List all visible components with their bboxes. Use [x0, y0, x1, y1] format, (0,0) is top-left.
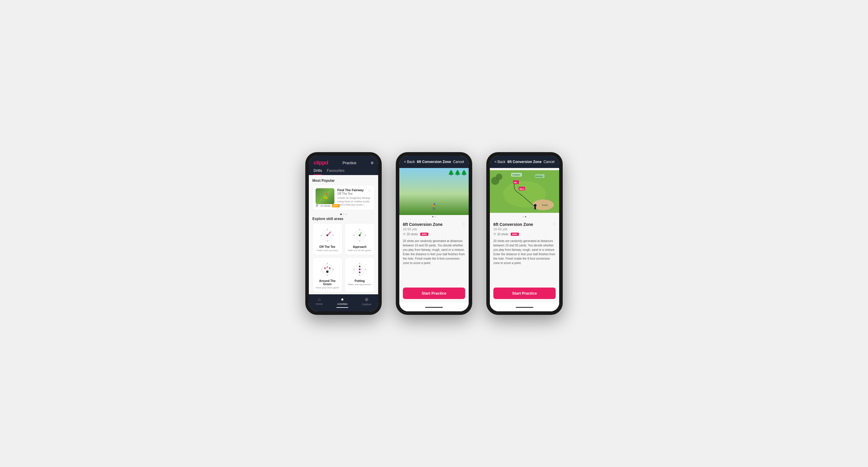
screen1-header: clippd Practice ≡: [309, 156, 378, 166]
bottom-nav: ⌂ Home ♠ Activities ⊕ Capture: [309, 294, 378, 311]
home-indicator-3: [516, 307, 533, 308]
image-carousel-dots: [399, 215, 469, 219]
screen3-body: SAND FAIRWAY ROUGH Hit: [490, 168, 559, 311]
favourite-star-icon[interactable]: ☆: [368, 188, 371, 193]
clock-icon-detail-3: ⏱: [493, 233, 496, 236]
screen1-body: Most Popular Find The Fairway Off The Te…: [309, 175, 378, 294]
nav-activities[interactable]: ♠ Activities: [336, 297, 348, 308]
svg-point-36: [359, 268, 361, 270]
back-button[interactable]: < Back: [404, 160, 415, 164]
shots-count-3: 20 shots: [497, 233, 508, 236]
drill-photo: 🌲🌲🌲 🏌️: [399, 168, 469, 215]
svg-point-44: [496, 174, 502, 180]
screen3-title: 6ft Conversion Zone: [507, 160, 541, 164]
skill-grid: Off The Tee Power and accuracy: [312, 223, 375, 292]
tab-drills[interactable]: Drills: [313, 168, 322, 175]
drill-tag-arg: ARG: [420, 233, 428, 236]
screen2-body: 🌲🌲🌲 🏌️ 6ft Conversion Zone 10-50 yds ⏱: [399, 168, 469, 311]
golf-photo-scene: 🌲🌲🌲 🏌️: [399, 168, 469, 215]
featured-drill-card[interactable]: Find The Fairway Off The Tee Create an i…: [312, 185, 375, 210]
drill-tag-arg-3: ARG: [511, 233, 519, 236]
screen2-title: 6ft Conversion Zone: [417, 160, 451, 164]
drill-detail-yards-3: 10-50 yds: [493, 227, 556, 231]
svg-text:Hit: Hit: [514, 181, 517, 184]
activities-icon: ♠: [341, 297, 344, 302]
drill-detail-shots-3: ⏱ 20 shots: [493, 233, 508, 236]
skill-ott-name: Off The Tee: [319, 245, 335, 248]
dot-2: [343, 213, 344, 215]
svg-point-53: [534, 204, 536, 207]
svg-text:Miss: Miss: [520, 188, 524, 190]
img-dot-3-1: [523, 216, 524, 218]
svg-point-25: [326, 270, 329, 273]
home-indicator: [425, 307, 443, 308]
drill-detail-meta-3: ⏱ 20 shots ARG: [493, 233, 556, 236]
svg-point-27: [329, 268, 331, 269]
svg-point-38: [359, 272, 361, 273]
skill-putting[interactable]: Putting Make and lag practice: [345, 257, 375, 292]
svg-point-37: [359, 266, 361, 267]
image-carousel-dots-3: [490, 215, 559, 219]
drill-shots: 10 shots: [320, 204, 330, 207]
nav-home-label: Home: [316, 302, 322, 305]
nav-capture-label: Capture: [362, 303, 371, 306]
drill-detail-title-3: 6ft Conversion Zone: [493, 222, 556, 227]
tabs-bar: Drills Favourites: [309, 166, 378, 175]
off-the-tee-icon-area: [318, 227, 336, 244]
drill-detail-description-3: 20 shots are randomly generated at dista…: [493, 239, 556, 265]
start-practice-button-3[interactable]: Start Practice: [493, 288, 556, 299]
explore-label: Explore skill areas: [312, 217, 375, 221]
nav-home[interactable]: ⌂ Home: [316, 297, 322, 308]
drill-footer: ⏱ 10 shots OTT: [316, 204, 340, 207]
clock-icon-detail: ⏱: [403, 233, 406, 236]
skill-atg-name: Around The Green: [316, 279, 339, 286]
nav-active-indicator: [336, 307, 348, 308]
skill-approach-desc: Dial-in to hit the green: [348, 249, 371, 252]
putting-icon-area: [351, 261, 369, 278]
cancel-button-3[interactable]: Cancel: [544, 160, 555, 164]
screen2-header: < Back 6ft Conversion Zone Cancel: [399, 156, 469, 168]
most-popular-label: Most Popular: [312, 178, 375, 183]
skill-ott-desc: Power and accuracy: [317, 249, 338, 252]
phone-1: clippd Practice ≡ Drills Favourites Most…: [305, 152, 382, 315]
drill-title: Find The Fairway: [337, 188, 371, 192]
drill-info: Find The Fairway Off The Tee Create an i…: [337, 188, 371, 207]
img-dot-2: [435, 216, 436, 218]
cancel-button[interactable]: Cancel: [453, 160, 464, 164]
favourite-star-detail[interactable]: ☆: [462, 222, 466, 226]
svg-text:SAND: SAND: [542, 204, 548, 206]
drill-map: SAND FAIRWAY ROUGH Hit: [490, 168, 559, 215]
svg-point-18: [322, 264, 333, 275]
menu-icon[interactable]: ≡: [371, 160, 373, 166]
img-dot-3-2: [525, 216, 526, 218]
svg-point-26: [324, 268, 326, 269]
skill-around-green[interactable]: Around The Green Hone your short game: [312, 257, 342, 292]
drill-description: Create an imaginary fairway using trees …: [337, 197, 371, 207]
capture-icon: ⊕: [365, 297, 369, 302]
header-title: Practice: [343, 161, 356, 165]
drill-detail-shots: ⏱ 20 shots: [403, 233, 418, 236]
svg-rect-54: [534, 207, 536, 209]
svg-text:FAIRWAY: FAIRWAY: [512, 174, 521, 176]
nav-capture[interactable]: ⊕ Capture: [362, 297, 371, 308]
clock-icon: ⏱: [316, 204, 318, 207]
drill-detail-content-3: 6ft Conversion Zone 10-50 yds ⏱ 20 shots…: [490, 219, 559, 269]
drill-tag-ott: OTT: [332, 204, 340, 207]
around-green-icon-area: [318, 261, 336, 278]
favourite-star-detail-3[interactable]: ☆: [552, 222, 556, 226]
drill-detail-meta: ⏱ 20 shots ARG: [403, 233, 465, 236]
dot-3: [346, 213, 347, 215]
tab-favourites[interactable]: Favourites: [327, 168, 345, 175]
skill-approach-name: Approach: [353, 245, 367, 248]
drill-thumbnail: [316, 188, 334, 204]
skill-approach[interactable]: Approach Dial-in to hit the green: [345, 223, 375, 255]
home-bar-3: [490, 302, 559, 311]
svg-point-28: [327, 266, 328, 268]
back-button-3[interactable]: < Back: [495, 160, 505, 164]
nav-activities-label: Activities: [337, 302, 348, 305]
skill-off-the-tee[interactable]: Off The Tee Power and accuracy: [312, 223, 342, 255]
home-icon: ⌂: [318, 297, 320, 302]
start-practice-button[interactable]: Start Practice: [403, 288, 465, 299]
home-bar: [399, 302, 469, 311]
drill-subtitle: Off The Tee: [337, 192, 371, 195]
